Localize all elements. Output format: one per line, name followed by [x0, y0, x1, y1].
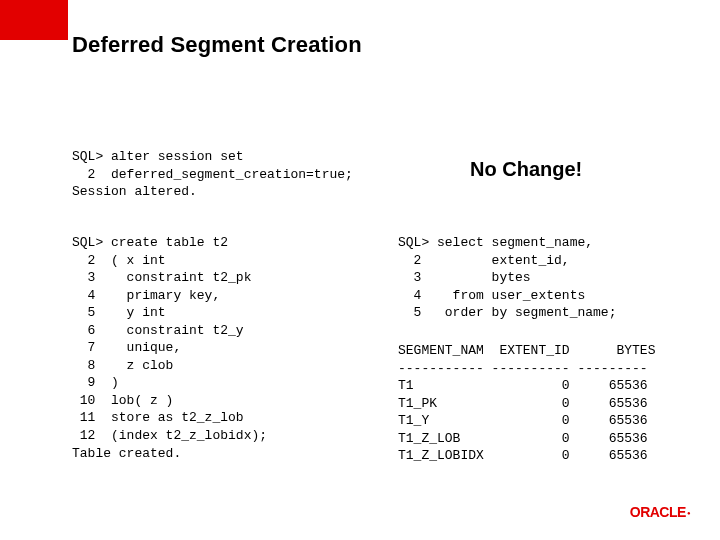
code-query-results: SEGMENT_NAM EXTENT_ID BYTES ----------- … — [398, 342, 655, 465]
code-alter-session: SQL> alter session set 2 deferred_segmen… — [72, 148, 353, 201]
oracle-logo: ORACLE● — [630, 504, 690, 520]
oracle-logo-dot: ● — [686, 510, 690, 516]
code-create-table: SQL> create table t2 2 ( x int 3 constra… — [72, 234, 267, 462]
slide: Deferred Segment Creation SQL> alter ses… — [0, 0, 720, 540]
oracle-logo-text: ORACLE — [630, 504, 686, 520]
page-title: Deferred Segment Creation — [72, 32, 362, 58]
callout-no-change: No Change! — [470, 158, 582, 181]
accent-bar — [0, 0, 68, 40]
code-select-query: SQL> select segment_name, 2 extent_id, 3… — [398, 234, 616, 322]
